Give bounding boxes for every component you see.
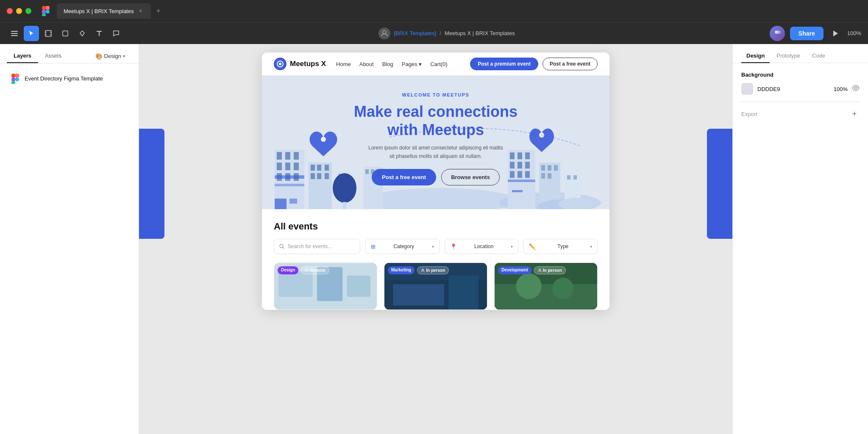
minimize-button[interactable] (16, 8, 22, 14)
main-layout: Layers Assets 🎨 Design ▾ Event Directory… (0, 44, 868, 434)
tab-close-button[interactable]: × (137, 8, 144, 14)
tab-assets[interactable]: Assets (38, 49, 68, 63)
svg-rect-87 (305, 269, 308, 271)
svg-rect-94 (495, 284, 597, 310)
tab-code[interactable]: Code (807, 49, 830, 63)
toolbar: [BRIX Templates] / Meetups X | BRIX Temp… (0, 22, 868, 44)
badge-remote: Remote (301, 266, 329, 274)
badge-marketing: Marketing (388, 266, 415, 274)
svg-point-24 (364, 188, 516, 209)
post-premium-button[interactable]: Post a premium event (470, 58, 538, 70)
visibility-toggle-icon[interactable] (852, 85, 860, 93)
category-label: Category (393, 243, 414, 249)
svg-rect-68 (512, 190, 523, 192)
nav-about[interactable]: About (359, 61, 374, 67)
svg-line-82 (283, 247, 284, 249)
logo-text: Meetups X (290, 60, 326, 68)
title-bar: Meetups X | BRIX Templates × + (0, 0, 868, 22)
shape-tool-button[interactable] (58, 26, 73, 41)
nav-home[interactable]: Home (336, 61, 351, 67)
search-events-input[interactable]: Search for events... (274, 239, 360, 254)
svg-point-4 (46, 10, 50, 14)
comment-tool-button[interactable] (108, 26, 124, 41)
event-cards: Design Remote (274, 263, 598, 310)
badge-development: Development (498, 266, 531, 274)
svg-rect-8 (45, 30, 51, 36)
color-hex-value[interactable]: DDDDE9 (757, 86, 829, 92)
svg-point-96 (552, 278, 573, 299)
hero-title-main: Make real connections (354, 103, 517, 120)
export-add-button[interactable]: + (849, 109, 860, 119)
export-label: Export (741, 111, 757, 117)
opacity-value[interactable]: 100% (834, 86, 848, 92)
play-button[interactable] (829, 27, 842, 40)
breadcrumb-area: [BRIX Templates] / Meetups X | BRIX Temp… (125, 28, 768, 39)
left-panel: Layers Assets 🎨 Design ▾ Event Directory… (0, 44, 139, 434)
svg-point-92 (422, 269, 424, 271)
nav-right: Post a premium event Post a free event (470, 58, 598, 70)
right-panel-tabs: Design Prototype Code (733, 44, 868, 63)
logo-icon (274, 58, 287, 70)
event-card-design[interactable]: Design Remote (274, 263, 377, 310)
svg-rect-86 (347, 276, 370, 297)
tab-bar: Meetups X | BRIX Templates × + (57, 3, 861, 19)
event-card-dev[interactable]: Development In person (494, 263, 598, 310)
figma-logo-icon (40, 5, 52, 17)
svg-rect-1 (46, 6, 50, 10)
badge-design: Design (278, 266, 298, 274)
color-swatch[interactable] (741, 83, 753, 95)
close-button[interactable] (7, 8, 13, 14)
right-panel: Design Prototype Code Background DDDDE9 … (732, 44, 868, 434)
canvas-area: Meetups X Home About Blog Pages ▾ Cart(0… (139, 44, 732, 434)
hamburger-menu-icon[interactable] (7, 26, 22, 41)
svg-point-14 (383, 30, 386, 34)
blue-accent-right (707, 129, 732, 239)
svg-point-21 (15, 77, 19, 81)
tab-design[interactable]: Design (741, 49, 770, 63)
panel-tabs: Layers Assets 🎨 Design ▾ (0, 44, 139, 64)
event-card-marketing[interactable]: Marketing In person (384, 263, 487, 310)
events-title: All events (274, 221, 598, 232)
svg-rect-38 (275, 199, 287, 209)
maximize-button[interactable] (25, 8, 31, 14)
tab-layers[interactable]: Layers (7, 49, 38, 63)
design-frame: Meetups X Home About Blog Pages ▾ Cart(0… (262, 53, 609, 310)
nav-blog[interactable]: Blog (382, 61, 393, 67)
blue-accent-left (139, 129, 164, 239)
pen-tool-button[interactable] (75, 26, 90, 41)
post-free-nav-button[interactable]: Post a free event (542, 58, 598, 70)
breadcrumb-org: [BRIX Templates] (394, 30, 436, 36)
hero-section: Meetups X Home About Blog Pages ▾ Cart(0… (262, 53, 609, 209)
category-filter[interactable]: ⊞ Category ▾ (365, 239, 440, 254)
svg-point-97 (539, 269, 540, 271)
background-row: DDDDE9 100% (741, 83, 860, 95)
active-tab[interactable]: Meetups X | BRIX Templates × (57, 3, 151, 19)
svg-point-16 (777, 30, 781, 34)
export-row: Export + (741, 109, 860, 119)
post-free-hero-button[interactable]: Post a free event (372, 169, 436, 185)
add-tab-button[interactable]: + (153, 5, 164, 17)
user-avatar (378, 28, 390, 39)
design-badge[interactable]: 🎨 Design ▾ (89, 49, 132, 63)
frame-tool-button[interactable] (41, 26, 56, 41)
background-label: Background (741, 72, 860, 78)
select-tool-button[interactable] (24, 26, 39, 41)
share-button[interactable]: Share (790, 27, 823, 40)
panel-content: Event Directory Figma Template (0, 64, 139, 94)
layer-item[interactable]: Event Directory Figma Template (7, 70, 132, 87)
layer-name: Event Directory Figma Template (25, 75, 103, 83)
tab-prototype[interactable]: Prototype (771, 49, 805, 63)
nav-pages[interactable]: Pages ▾ (402, 61, 422, 67)
browse-events-button[interactable]: Browse events (441, 169, 500, 185)
type-filter[interactable]: ✏️ Type ▾ (523, 239, 598, 254)
hero-description: Lorem ipsum dolor sit amet consectetur a… (368, 144, 504, 160)
zoom-level[interactable]: 100% (847, 30, 861, 36)
location-filter[interactable]: 📍 Location ▾ (445, 239, 519, 254)
card-image-marketing: Marketing In person (384, 263, 487, 310)
hero-buttons: Post a free event Browse events (270, 169, 601, 185)
nav-links: Home About Blog Pages ▾ Cart(0) (336, 61, 448, 67)
text-tool-button[interactable] (92, 26, 107, 41)
search-filters: Search for events... ⊞ Category ▾ 📍 Loca… (274, 239, 598, 254)
right-panel-content: Background DDDDE9 100% Export + (733, 63, 868, 127)
nav-cart[interactable]: Cart(0) (430, 61, 447, 67)
